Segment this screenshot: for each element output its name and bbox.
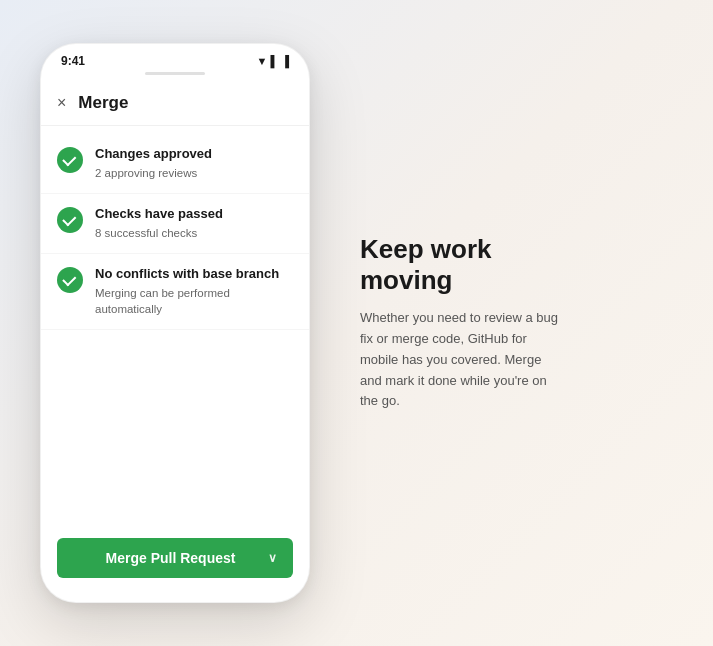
phone-mockup: 9:41 ▼ ▌ ▐ × Merge Changes approved — [40, 43, 310, 603]
promo-body: Whether you need to review a bug fix or … — [360, 308, 560, 412]
check-conflicts-main: No conflicts with base branch — [95, 266, 293, 283]
app-content: × Merge Changes approved 2 approving rev… — [41, 83, 309, 338]
check-passed-main: Checks have passed — [95, 206, 223, 223]
merge-header: × Merge — [41, 83, 309, 126]
merge-chevron-icon: ∨ — [268, 551, 277, 565]
promo-section: Keep work moving Whether you need to rev… — [310, 214, 590, 432]
merge-pull-request-button[interactable]: Merge Pull Request ∨ — [57, 538, 293, 578]
merge-button-area: Merge Pull Request ∨ — [57, 538, 293, 578]
check-approved-main: Changes approved — [95, 146, 212, 163]
close-button[interactable]: × — [57, 94, 66, 112]
check-item-approved: Changes approved 2 approving reviews — [41, 134, 309, 194]
check-conflicts-sub: Merging can be performed automatically — [95, 285, 293, 317]
check-item-passed: Checks have passed 8 successful checks — [41, 194, 309, 254]
check-passed-text: Checks have passed 8 successful checks — [95, 206, 223, 241]
battery-icon: ▐ — [281, 55, 289, 67]
page-container: 9:41 ▼ ▌ ▐ × Merge Changes approved — [0, 0, 713, 646]
status-bar: 9:41 ▼ ▌ ▐ — [41, 44, 309, 72]
check-conflicts-text: No conflicts with base branch Merging ca… — [95, 266, 293, 317]
check-item-conflicts: No conflicts with base branch Merging ca… — [41, 254, 309, 330]
check-conflicts-icon — [57, 267, 83, 293]
check-passed-sub: 8 successful checks — [95, 225, 223, 241]
check-list: Changes approved 2 approving reviews Che… — [41, 126, 309, 338]
status-icons: ▼ ▌ ▐ — [257, 55, 289, 67]
wifi-icon: ▼ — [257, 55, 268, 67]
merge-button-label: Merge Pull Request — [73, 550, 268, 566]
check-approved-sub: 2 approving reviews — [95, 165, 212, 181]
promo-heading: Keep work moving — [360, 234, 560, 296]
check-approved-text: Changes approved 2 approving reviews — [95, 146, 212, 181]
signal-icon: ▌ — [270, 55, 278, 67]
notch-handle — [145, 72, 205, 75]
status-time: 9:41 — [61, 54, 85, 68]
check-passed-icon — [57, 207, 83, 233]
check-approved-icon — [57, 147, 83, 173]
merge-title: Merge — [78, 93, 128, 113]
